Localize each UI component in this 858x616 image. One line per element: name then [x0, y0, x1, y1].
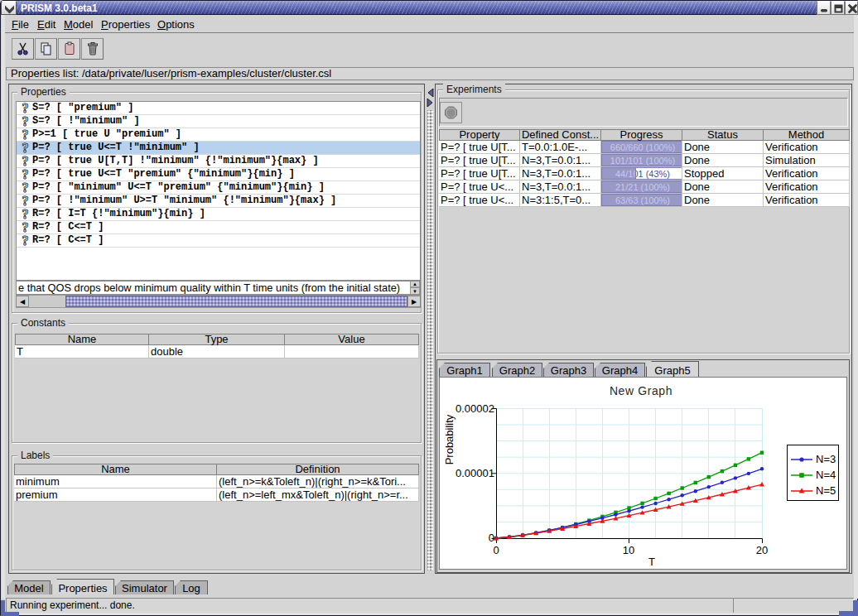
svg-text:?: ? — [22, 142, 29, 154]
svg-text:20: 20 — [756, 544, 768, 556]
svg-text:New Graph: New Graph — [610, 384, 672, 397]
svg-text:?: ? — [22, 208, 29, 220]
svg-text:?: ? — [22, 181, 29, 194]
svg-text:0: 0 — [489, 532, 494, 544]
svg-text:?: ? — [22, 168, 29, 180]
svg-text:0.00001: 0.00001 — [456, 467, 494, 479]
svg-text:?: ? — [22, 128, 29, 141]
svg-text:?: ? — [22, 155, 29, 167]
svg-text:N=4: N=4 — [816, 469, 836, 481]
svg-text:0: 0 — [493, 544, 499, 556]
svg-text:0.00002: 0.00002 — [456, 402, 494, 415]
svg-text:N=3: N=3 — [816, 453, 836, 465]
svg-text:N=5: N=5 — [816, 484, 836, 497]
svg-text:10: 10 — [623, 544, 634, 556]
svg-text:?: ? — [22, 102, 29, 114]
svg-text:?: ? — [22, 221, 29, 233]
svg-text:T: T — [648, 556, 655, 567]
svg-text:?: ? — [22, 115, 29, 128]
svg-text:?: ? — [22, 195, 29, 207]
svg-text:Probability: Probability — [443, 414, 456, 464]
svg-text:?: ? — [22, 234, 29, 247]
